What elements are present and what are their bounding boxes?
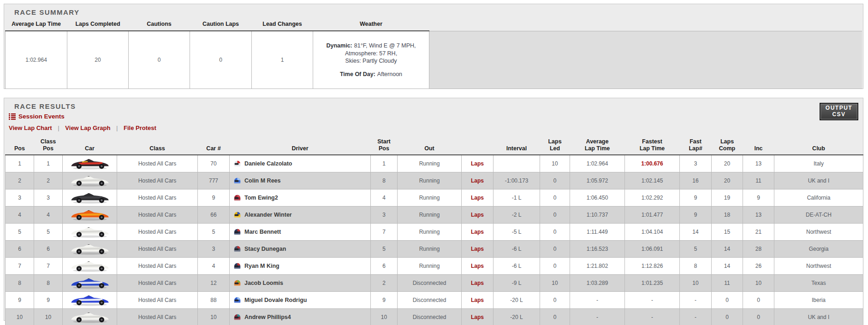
driver-name[interactable]: Tom Ewing2 <box>244 195 278 201</box>
col-header-pos: Pos <box>6 136 34 155</box>
inc-cell: 26 <box>743 258 774 275</box>
laps-led-cell: 10 <box>540 155 570 172</box>
club-cell: Texas <box>774 275 863 292</box>
laps-comp-cell: 15 <box>712 224 743 241</box>
col-header-out: Out <box>398 136 462 155</box>
output-csv-label-line2: CSV <box>832 112 845 118</box>
interval-cell: -9 L <box>493 275 540 292</box>
laps-link[interactable]: Laps <box>462 275 493 292</box>
car-number-cell: 88 <box>198 292 230 309</box>
laps-link[interactable]: Laps <box>462 309 493 325</box>
interval-cell: -6 L <box>493 241 540 258</box>
club-cell: UK and I <box>774 172 863 189</box>
laps-link[interactable]: Laps <box>462 189 493 207</box>
average-lap-time-cell: - <box>570 292 625 309</box>
class-pos-cell: 6 <box>34 241 63 258</box>
col-header-start-pos: Start Pos <box>371 136 398 155</box>
car-image <box>70 174 110 187</box>
col-header-average-lap-time: Average Lap Time <box>570 136 625 155</box>
result-row: 44 Hosted All Cars66 Alexander Winter3Ru… <box>6 207 863 224</box>
car-image <box>70 293 110 306</box>
average-lap-time-cell: 1:05.972 <box>570 172 625 189</box>
average-lap-time-cell: 1:21.802 <box>570 258 625 275</box>
laps-link[interactable]: Laps <box>462 241 493 258</box>
driver-name[interactable]: Alexander Winter <box>244 212 292 218</box>
helmet-icon <box>233 262 241 270</box>
car-number-cell: 4 <box>198 258 230 275</box>
inc-cell: 10 <box>743 275 774 292</box>
file-protest-link[interactable]: File Protest <box>124 124 156 131</box>
col-header-laps-link <box>462 136 493 155</box>
driver-cell: Colin M Rees <box>230 172 371 189</box>
fastest-lap-time-cell: 1:12.826 <box>625 258 680 275</box>
average-lap-time-cell: 1:02.964 <box>570 155 625 172</box>
col-header-class: Class <box>117 136 198 155</box>
interval-cell: -20 L <box>493 292 540 309</box>
view-lap-chart-link[interactable]: View Lap Chart <box>9 124 52 131</box>
session-events-label: Session Events <box>18 113 65 120</box>
driver-name[interactable]: Jacob Loomis <box>244 280 283 286</box>
out-cell: Running <box>398 224 462 241</box>
laps-link[interactable]: Laps <box>462 224 493 241</box>
race-results-table: PosClass PosCarClassCar #DriverStart Pos… <box>5 136 863 325</box>
fastest-lap-time-cell: 1:01.235 <box>625 275 680 292</box>
fastest-lap-time-cell: 1:02.292 <box>625 189 680 207</box>
view-lap-graph-link[interactable]: View Lap Graph <box>65 124 110 131</box>
car-cell <box>63 309 117 325</box>
driver-name[interactable]: Marc Bennett <box>244 229 281 235</box>
laps-link[interactable]: Laps <box>462 172 493 189</box>
laps-comp-cell: 0 <box>712 292 743 309</box>
output-csv-button[interactable]: OUTPUT CSV <box>820 103 858 120</box>
club-cell: California <box>774 189 863 207</box>
laps-led-cell: 0 <box>540 309 570 325</box>
fastest-lap-time-cell: 1:01.477 <box>625 207 680 224</box>
driver-name[interactable]: Daniele Calzolato <box>244 160 292 167</box>
col-header-driver: Driver <box>230 136 371 155</box>
inc-cell: 13 <box>743 155 774 172</box>
driver-name[interactable]: Ryan M King <box>244 263 279 269</box>
pos-cell: 2 <box>6 172 34 189</box>
out-cell: Running <box>398 258 462 275</box>
result-row: 99 Hosted All Cars88 Miguel Dovale Rodri… <box>6 292 863 309</box>
cautions-value: 0 <box>129 31 190 89</box>
laps-comp-cell: 11 <box>712 275 743 292</box>
inc-cell: 13 <box>743 207 774 224</box>
race-summary-panel: RACE SUMMARY Average Lap Time Laps Compl… <box>4 4 863 89</box>
fastest-lap-time-cell: - <box>625 309 680 325</box>
car-cell <box>63 292 117 309</box>
class-cell: Hosted All Cars <box>117 172 198 189</box>
col-header-laps-led: Laps Led <box>540 136 570 155</box>
out-cell: Running <box>398 207 462 224</box>
inc-cell: 9 <box>743 189 774 207</box>
pos-cell: 3 <box>6 189 34 207</box>
driver-name[interactable]: Miguel Dovale Rodrigu <box>244 297 307 303</box>
result-row: 22 Hosted All Cars777 Colin M Rees8Runni… <box>6 172 863 189</box>
interval-cell: -2 L <box>493 207 540 224</box>
start-pos-cell: 1 <box>371 155 398 172</box>
session-events-link[interactable]: Session Events <box>4 110 65 120</box>
interval-cell: -20 L <box>493 309 540 325</box>
car-image <box>70 157 110 170</box>
laps-link[interactable]: Laps <box>462 155 493 172</box>
driver-cell: Andrew Phillips4 <box>230 309 371 325</box>
car-number-cell: 3 <box>198 241 230 258</box>
col-header-interval: Interval <box>493 136 540 155</box>
weather-text: Dynamic:81°F, Wind E @ 7 MPH, Atmosphere… <box>314 42 428 78</box>
interval-cell: -5 L <box>493 224 540 241</box>
class-pos-cell: 4 <box>34 207 63 224</box>
laps-link[interactable]: Laps <box>462 292 493 309</box>
car-image <box>70 310 110 323</box>
interval-cell: -6 L <box>493 258 540 275</box>
class-pos-cell: 8 <box>34 275 63 292</box>
interval-cell: -1:00.173 <box>493 172 540 189</box>
start-pos-cell: 3 <box>371 207 398 224</box>
fast-lap-number-cell: 8 <box>680 258 712 275</box>
laps-link[interactable]: Laps <box>462 207 493 224</box>
laps-link[interactable]: Laps <box>462 258 493 275</box>
driver-name[interactable]: Colin M Rees <box>244 177 281 184</box>
driver-name[interactable]: Stacy Dunegan <box>244 246 286 252</box>
laps-led-cell: 0 <box>540 292 570 309</box>
club-cell: Northwest <box>774 224 863 241</box>
helmet-icon <box>233 279 241 287</box>
driver-name[interactable]: Andrew Phillips4 <box>244 314 291 320</box>
